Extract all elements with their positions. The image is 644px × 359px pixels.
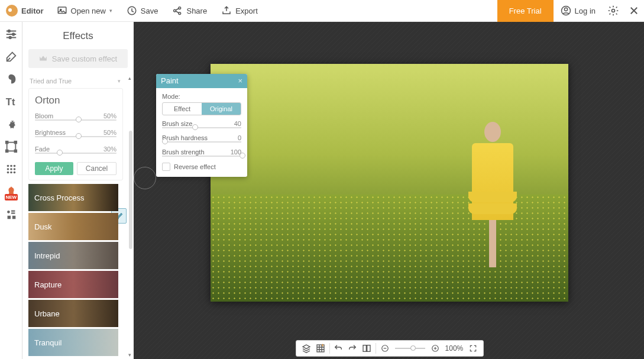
svg-point-10 [12, 33, 14, 35]
mode-label: Mode: [162, 93, 241, 100]
zoom-value: 100% [445, 344, 464, 352]
redo-button[interactable] [346, 342, 359, 355]
zoom-slider[interactable] [395, 348, 425, 349]
undo-button[interactable] [332, 342, 345, 355]
category-dropdown[interactable]: Tried and True [28, 75, 123, 88]
effects-panel: Effects Save custom effect ▴ Tried and T… [22, 22, 134, 359]
svg-rect-16 [5, 150, 8, 153]
logo-icon [6, 5, 18, 17]
rail-adjustments[interactable] [4, 27, 19, 42]
svg-point-19 [10, 165, 12, 167]
svg-point-21 [7, 168, 9, 170]
chevron-down-icon: ▾ [109, 8, 112, 14]
crown-icon [39, 55, 47, 62]
zoom-in-button[interactable] [429, 342, 442, 355]
svg-rect-31 [363, 345, 366, 352]
apply-button[interactable]: Apply [35, 162, 73, 175]
rail-more[interactable] [4, 206, 19, 222]
svg-rect-29 [11, 212, 15, 214]
slider-fade[interactable]: Fade 30% [35, 145, 116, 154]
rail-tools[interactable] [4, 49, 19, 64]
save-custom-effect-button[interactable]: Save custom effect [28, 49, 128, 68]
svg-text:Tt: Tt [5, 96, 15, 107]
save-icon [127, 5, 137, 16]
free-trial-button[interactable]: Free Trial [497, 0, 554, 22]
effect-thumb-dusk[interactable]: Dusk [28, 213, 118, 240]
svg-point-25 [10, 172, 12, 174]
close-icon [629, 5, 639, 16]
svg-point-18 [7, 165, 9, 167]
reverse-effect-checkbox[interactable] [162, 163, 170, 171]
logo-text: Editor [21, 7, 44, 15]
effect-name: Orton [35, 95, 116, 106]
panel-title: Effects [22, 22, 134, 49]
rail-frames[interactable] [4, 139, 19, 154]
panel-scrollbar[interactable] [129, 131, 132, 249]
paint-brush size[interactable]: Brush size 40 [162, 120, 241, 128]
new-badge: NEW [5, 194, 18, 200]
logo: Editor [0, 5, 50, 17]
mode-tabs: Effect Original [162, 102, 241, 115]
svg-point-6 [564, 8, 567, 11]
effect-settings-card: Orton Bloom 50% Brightness 50% Fade 30% … [28, 88, 123, 180]
top-toolbar: Editor Open new ▾ Save Share Export Free… [0, 0, 644, 22]
paint-brush strength[interactable]: Brush strength 100 [162, 148, 241, 157]
effect-thumb-tranquil[interactable]: Tranquil [28, 329, 118, 356]
slider-brightness[interactable]: Brightness 50% [35, 129, 116, 137]
cancel-button[interactable]: Cancel [77, 162, 116, 175]
svg-point-26 [13, 172, 15, 174]
bottom-toolbar: + 100% [296, 340, 484, 357]
canvas-area: Paint × Mode: Effect Original Brush size… [134, 22, 644, 359]
paint-brush hardness[interactable]: Brush hardness 0 [162, 134, 241, 143]
svg-rect-14 [5, 141, 8, 144]
gear-icon [607, 5, 619, 17]
save-button[interactable]: Save [119, 0, 166, 22]
canvas-image[interactable] [211, 64, 568, 302]
svg-rect-32 [367, 345, 370, 352]
share-button[interactable]: Share [165, 0, 214, 22]
effect-thumb-urbane[interactable]: Urbane [28, 300, 118, 327]
brush-cursor [134, 167, 156, 189]
svg-point-8 [612, 9, 615, 12]
layers-button[interactable] [300, 342, 313, 355]
reverse-effect-label: Reverse effect [174, 163, 216, 170]
compare-button[interactable] [360, 342, 373, 355]
share-icon [172, 5, 183, 16]
paint-popup-close[interactable]: × [238, 74, 242, 88]
user-icon [561, 5, 571, 16]
open-new-button[interactable]: Open new ▾ [50, 0, 119, 22]
close-button[interactable] [624, 0, 644, 22]
svg-point-23 [13, 168, 15, 170]
export-icon [221, 5, 232, 16]
rail-textures[interactable] [4, 161, 19, 177]
fullscreen-button[interactable] [467, 342, 480, 355]
svg-point-9 [8, 30, 10, 33]
slider-bloom[interactable]: Bloom 50% [35, 112, 116, 121]
svg-point-24 [7, 172, 9, 174]
effect-thumb-cross process[interactable]: Cross Process [28, 184, 118, 211]
settings-button[interactable] [603, 0, 624, 22]
scroll-down-arrow[interactable]: ▾ [127, 352, 132, 358]
scroll-up-arrow[interactable]: ▴ [127, 75, 132, 81]
rail-touchup[interactable] [4, 72, 19, 87]
effect-thumb-rapture[interactable]: Rapture [28, 271, 118, 298]
mode-original-tab[interactable]: Original [202, 103, 241, 115]
effect-thumb-intrepid[interactable]: Intrepid [28, 242, 118, 269]
paint-popup-title: Paint [161, 74, 179, 88]
mode-effect-tab[interactable]: Effect [163, 103, 202, 115]
grid-button[interactable]: + [314, 342, 327, 355]
rail-overlays[interactable] [4, 117, 19, 132]
zoom-out-button[interactable] [378, 342, 391, 355]
login-button[interactable]: Log in [554, 0, 603, 22]
export-button[interactable]: Export [214, 0, 265, 22]
svg-point-22 [10, 168, 12, 170]
svg-point-20 [13, 165, 15, 167]
rail-text[interactable]: Tt [4, 94, 19, 109]
tool-rail: Tt NEW [0, 22, 22, 359]
svg-rect-15 [14, 141, 17, 144]
paint-popup: Paint × Mode: Effect Original Brush size… [156, 74, 247, 177]
rail-themes[interactable]: NEW [4, 184, 19, 199]
image-icon [57, 5, 67, 16]
svg-rect-17 [14, 150, 17, 153]
svg-point-27 [7, 211, 10, 214]
